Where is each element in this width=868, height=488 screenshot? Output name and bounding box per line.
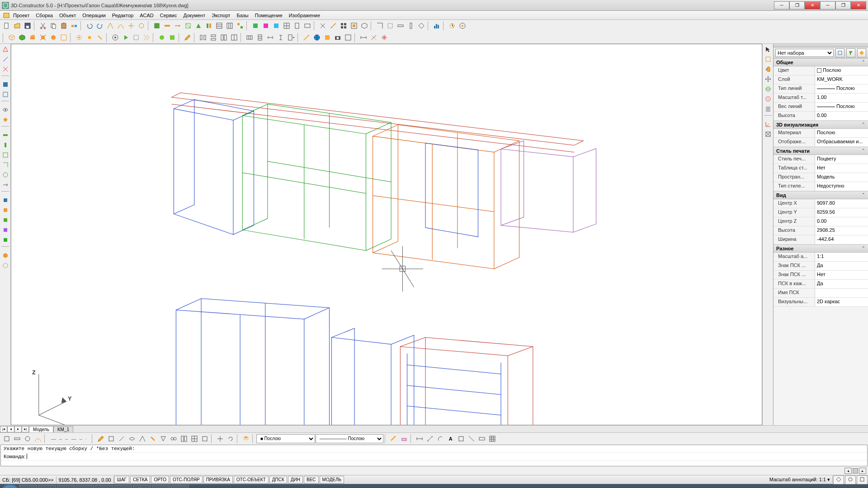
menu-obekt[interactable]: Объект bbox=[56, 11, 79, 19]
tool-a3[interactable] bbox=[126, 21, 136, 31]
prop-pst-value[interactable]: Нет bbox=[815, 164, 868, 173]
lt-11[interactable] bbox=[1, 160, 10, 169]
window-close-button[interactable]: ✕ bbox=[805, 1, 820, 9]
save-button[interactable] bbox=[23, 21, 33, 31]
tool-k2[interactable] bbox=[208, 33, 218, 42]
status-orto[interactable]: ОРТО bbox=[151, 476, 169, 483]
bt-7[interactable] bbox=[117, 434, 127, 444]
tool-b7[interactable] bbox=[214, 21, 224, 31]
tool-h2[interactable] bbox=[85, 33, 94, 42]
tool-n3[interactable] bbox=[379, 33, 389, 42]
new-button[interactable] bbox=[2, 21, 12, 31]
bt-eraser[interactable] bbox=[399, 434, 409, 444]
tool-h3[interactable] bbox=[95, 33, 105, 42]
rt-target-icon[interactable] bbox=[764, 94, 773, 103]
lt-9[interactable] bbox=[1, 141, 10, 150]
task-app2[interactable] bbox=[57, 485, 75, 488]
stats-button[interactable] bbox=[432, 21, 442, 31]
rt-hand-icon[interactable] bbox=[764, 65, 773, 74]
bt-dim2[interactable] bbox=[425, 434, 435, 444]
tool-m5[interactable] bbox=[343, 33, 353, 42]
prop-cy-value[interactable]: 8259.56 bbox=[815, 208, 868, 217]
lt-arrow-icon[interactable] bbox=[1, 180, 10, 189]
tool-g6[interactable] bbox=[59, 33, 69, 42]
tab-model[interactable]: Модель bbox=[29, 426, 53, 432]
prop-cx-value[interactable]: 9097.80 bbox=[815, 199, 868, 208]
copy-button[interactable] bbox=[48, 21, 58, 31]
tool-a2[interactable] bbox=[116, 21, 126, 31]
prop-space-value[interactable]: Модель bbox=[815, 173, 868, 182]
lt-3[interactable] bbox=[1, 65, 10, 74]
tool-l2[interactable] bbox=[255, 33, 265, 42]
redo-button[interactable] bbox=[95, 21, 105, 31]
prop-height-value[interactable]: 0.00 bbox=[815, 112, 868, 120]
tool-b3[interactable] bbox=[173, 21, 183, 31]
tool-f2[interactable] bbox=[458, 21, 467, 31]
doc-restore-button[interactable]: ❐ bbox=[835, 1, 851, 9]
prop-type-value[interactable]: Недоступно bbox=[815, 182, 868, 191]
tool-c5[interactable] bbox=[292, 21, 302, 31]
bt-dim8[interactable] bbox=[487, 434, 497, 444]
prop-lweight-value[interactable]: Послою bbox=[815, 103, 868, 111]
prop-vw-value[interactable]: -442.64 bbox=[815, 235, 868, 244]
bt-dim1[interactable] bbox=[415, 434, 425, 444]
prop-layer-value[interactable]: KM_WORK bbox=[815, 75, 868, 84]
scroll-left-button[interactable]: ◂ bbox=[844, 468, 852, 474]
match-button[interactable] bbox=[69, 21, 79, 31]
tool-j2[interactable] bbox=[167, 33, 177, 42]
prop-display-value[interactable]: Отбрасываемая и... bbox=[815, 138, 868, 146]
tool-d5[interactable] bbox=[359, 21, 369, 31]
task-app1[interactable] bbox=[38, 485, 56, 488]
tool-g1[interactable] bbox=[7, 33, 17, 42]
bt-14[interactable] bbox=[189, 434, 199, 444]
task-app7[interactable] bbox=[152, 485, 170, 488]
bt-dim7[interactable] bbox=[477, 434, 487, 444]
tool-m1[interactable] bbox=[302, 33, 311, 42]
quick-select-button[interactable] bbox=[846, 48, 855, 57]
open-button[interactable] bbox=[12, 21, 22, 31]
tool-d3[interactable] bbox=[339, 21, 349, 31]
menu-izobrazhenie[interactable]: Изображение bbox=[286, 11, 323, 19]
menu-eksport[interactable]: Экспорт bbox=[208, 11, 233, 19]
doc-minimize-button[interactable]: ─ bbox=[820, 1, 835, 9]
prop-color-value[interactable]: Послою bbox=[815, 66, 868, 75]
undo-button[interactable] bbox=[85, 21, 94, 31]
lt-14[interactable] bbox=[1, 196, 10, 205]
tool-b9[interactable] bbox=[235, 21, 245, 31]
lt-10[interactable] bbox=[1, 150, 10, 160]
menu-sborka[interactable]: Сборка bbox=[33, 11, 56, 19]
scroll-right-button[interactable]: ▸ bbox=[859, 468, 866, 474]
task-explorer[interactable] bbox=[19, 485, 37, 488]
tool-c3[interactable] bbox=[271, 21, 281, 31]
bt-13[interactable] bbox=[179, 434, 189, 444]
bt-brush[interactable] bbox=[389, 434, 399, 444]
status-anno[interactable]: Масштаб аннотаций: 1:1 ▾ bbox=[767, 476, 833, 483]
pencil-button[interactable] bbox=[183, 33, 193, 42]
lt-triangle-icon[interactable] bbox=[1, 45, 10, 54]
lt-5[interactable] bbox=[1, 90, 10, 99]
section-printstyle[interactable]: Стиль печати⌃ bbox=[774, 147, 868, 155]
export-button[interactable] bbox=[286, 33, 296, 42]
tool-c4[interactable] bbox=[282, 21, 292, 31]
tool-b1[interactable] bbox=[152, 21, 162, 31]
filter-button[interactable] bbox=[835, 48, 844, 57]
menu-acad[interactable]: ACAD bbox=[137, 11, 157, 19]
tool-j1[interactable] bbox=[157, 33, 167, 42]
menu-proekt[interactable]: Проект bbox=[10, 11, 33, 19]
tool-n2[interactable] bbox=[369, 33, 379, 42]
tool-m3[interactable] bbox=[322, 33, 332, 42]
menu-servis[interactable]: Сервис bbox=[157, 11, 180, 19]
status-din[interactable]: ДИН bbox=[288, 476, 303, 483]
tool-l4[interactable] bbox=[276, 33, 286, 42]
cut-button[interactable] bbox=[38, 21, 48, 31]
tool-b2[interactable] bbox=[162, 21, 172, 31]
tab-first-button[interactable]: |◂ bbox=[0, 426, 7, 432]
doc-close-button[interactable]: ✕ bbox=[851, 1, 866, 9]
status-otspolar[interactable]: ОТС-ПОЛЯР bbox=[170, 476, 203, 483]
menu-pomeshchenie[interactable]: Помещение bbox=[252, 11, 286, 19]
rt-2[interactable] bbox=[764, 55, 773, 64]
section-misc[interactable]: Разное⌃ bbox=[774, 244, 868, 253]
tab-next-button[interactable]: ▸ bbox=[14, 426, 22, 432]
command-window[interactable]: Укажите новую текущую сборку / *Без теку… bbox=[0, 445, 868, 466]
tool-k3[interactable] bbox=[219, 33, 229, 42]
